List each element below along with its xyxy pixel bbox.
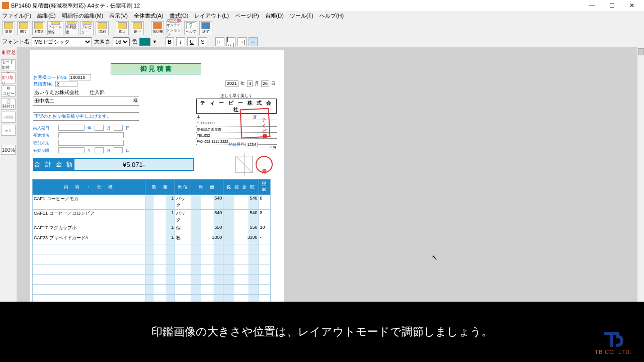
- table-row[interactable]: CAF11 コーヒー／コロンビア1パック5405408: [33, 210, 271, 224]
- menu-edit[interactable]: 編集(E): [37, 12, 56, 20]
- customer-person[interactable]: 田中浩二: [34, 98, 54, 105]
- paste-button[interactable]: 📋貼付け: [1, 99, 16, 110]
- customer-code-block: お客様コードNo. 100010 見積書No. 2: [33, 74, 91, 87]
- table-row[interactable]: CAF23 プリペイドカードA1枚33003300-: [33, 234, 271, 244]
- table-row[interactable]: [33, 285, 271, 295]
- save-button[interactable]: 上書き: [32, 21, 45, 35]
- minimize-button[interactable]: —: [582, 0, 602, 11]
- format-toolbar: フォント名 MS Pゴシック 大きさ 16 色 ▼ B I U S |← |↔|…: [0, 36, 644, 47]
- cut-button[interactable]: ✂切り取り: [1, 72, 16, 83]
- new-button[interactable]: 新規: [2, 21, 15, 35]
- open-button[interactable]: 開く: [17, 21, 30, 35]
- close-button[interactable]: ✕: [622, 0, 642, 11]
- menu-detail[interactable]: 明細行の編集(M): [62, 12, 104, 20]
- help-button[interactable]: ?ヘルプ: [184, 21, 197, 35]
- table-row[interactable]: [33, 264, 271, 275]
- menu-ledger[interactable]: 台帳(D): [265, 12, 284, 20]
- table-row[interactable]: [33, 295, 271, 302]
- registration-number: 登録番号 1234: [228, 142, 258, 147]
- preview-button[interactable]: プレビュー: [80, 21, 94, 35]
- tb-logo: TB CO.,LTD.: [595, 328, 632, 355]
- mode-toggle-button[interactable]: モード切替: [1, 59, 16, 70]
- italic-button[interactable]: I: [176, 37, 185, 46]
- date-month[interactable]: 4: [247, 80, 253, 87]
- align-right-button[interactable]: →|: [237, 37, 247, 46]
- table-row[interactable]: CAF1 コーヒー／モカ1パック5405408: [33, 195, 271, 210]
- table-row[interactable]: [33, 275, 271, 285]
- date-year[interactable]: 2021: [225, 80, 238, 87]
- main-toolbar: 新規 開く 上書き フォーム登録 印刷設定 プレビュー 印刷 拡大 縮小 電話帳…: [0, 20, 644, 36]
- strike-button[interactable]: S: [198, 37, 207, 46]
- total-amount: 合 計 金 額 ¥5,071-: [33, 158, 194, 171]
- doc-title: 御 見 積 書: [111, 63, 201, 74]
- menu-page[interactable]: ページ(P): [235, 12, 259, 20]
- menu-help[interactable]: ヘルプ(H): [319, 12, 344, 20]
- seal-box-empty[interactable]: [235, 156, 253, 173]
- menu-layout[interactable]: レイアウト(L): [194, 12, 228, 20]
- table-row[interactable]: [33, 254, 271, 264]
- print-button[interactable]: 印刷: [96, 21, 109, 35]
- print-settings-button[interactable]: 印刷設定: [65, 21, 78, 35]
- zoom-out-button[interactable]: 縮小: [131, 21, 144, 35]
- align-center-button[interactable]: |↔|: [226, 37, 235, 46]
- table-row[interactable]: [33, 244, 271, 254]
- bold-button[interactable]: B: [165, 37, 174, 46]
- side-toolbar: モード切替 ✂切り取り ⧉コピー 📋貼付け ×削除 ■ 0 100%: [0, 57, 17, 302]
- color-label: 色: [132, 38, 137, 45]
- mouse-cursor-icon: ↖: [432, 253, 438, 261]
- table-row[interactable]: CAF17 マグカップ小1個55055010: [33, 224, 271, 234]
- color-swatch[interactable]: [139, 38, 150, 46]
- date-row: 2021年 4月 26日: [225, 80, 277, 87]
- exit-button[interactable]: 終了: [199, 21, 212, 35]
- online-shop-button[interactable]: COMNISオンラインショップ: [166, 21, 182, 35]
- font-select[interactable]: MS Pゴシック: [32, 37, 92, 46]
- font-label: フォント名: [2, 38, 30, 45]
- greeting-text: 下記のとおり御見積り申し上げます。: [33, 113, 139, 121]
- customer-code[interactable]: 100010: [69, 74, 91, 80]
- form-register-button[interactable]: フォーム登録: [47, 21, 63, 35]
- document-area: 御 見 積 書 お客様コードNo. 100010 見積書No. 2 2021年 …: [17, 47, 643, 302]
- calc-button[interactable]: ■ 0: [1, 125, 16, 136]
- customer-dept[interactable]: 仕入部: [90, 89, 105, 96]
- total-value[interactable]: ¥5,071-: [74, 159, 193, 170]
- customer-block: あいうえお株式会社仕入部 田中浩二様 下記のとおり御見積り申し上げます。: [33, 88, 139, 121]
- underline-button[interactable]: U: [187, 37, 196, 46]
- quote-number[interactable]: 2: [55, 81, 77, 87]
- title-bar: BP1460 見積書(軽減税率対応) A4タテ - 伝票印刷 12 — ☐ ✕: [0, 0, 644, 11]
- menu-view[interactable]: 表示(V): [109, 12, 128, 20]
- zoom-in-button[interactable]: 拡大: [116, 21, 129, 35]
- customer-name[interactable]: あいうえお株式会社: [34, 89, 79, 96]
- align-left-button[interactable]: |←: [215, 37, 224, 46]
- menu-format-all[interactable]: 全体書式(A): [134, 12, 164, 20]
- menu-tool[interactable]: ツール(T): [290, 12, 313, 20]
- size-label: 大きさ: [94, 38, 111, 45]
- maximize-button[interactable]: ☐: [602, 0, 622, 11]
- size-select[interactable]: 16: [113, 37, 130, 46]
- subtitle-text: 印鑑画像の大きさや位置は、レイアウトモードで調節しましょう。: [151, 324, 493, 339]
- delete-button[interactable]: ×削除: [1, 112, 16, 123]
- document-page[interactable]: 御 見 積 書 お客様コードNo. 100010 見積書No. 2 2021年 …: [30, 50, 284, 302]
- window-title: BP1460 見積書(軽減税率対応) A4タテ - 伝票印刷 12: [11, 2, 582, 10]
- subtitle-bar: 印鑑画像の大きさや位置は、レイアウトモードで調節しましょう。 TB CO.,LT…: [0, 302, 644, 362]
- copy-button[interactable]: ⧉コピー: [1, 85, 16, 97]
- seal-round[interactable]: 堂洛: [256, 156, 273, 173]
- delivery-block: 納入期日年月日 受渡場所 取引方法 有効期限年月日: [33, 125, 130, 155]
- phonebook-button[interactable]: 電話帳: [151, 21, 164, 35]
- align-justify-button[interactable]: ↔: [249, 37, 258, 46]
- menu-bar: ファイル(F) 編集(E) 明細行の編集(M) 表示(V) 全体書式(A) 書式…: [0, 11, 644, 20]
- zoom-level[interactable]: 100%: [1, 145, 16, 155]
- date-day[interactable]: 26: [261, 80, 269, 87]
- menu-file[interactable]: ファイル(F): [2, 12, 31, 20]
- line-items-table: 内 容 ・ 仕 様 数 量 単位 単 価 税 抜 金 額 税率 CAF1 コーヒ…: [32, 179, 271, 302]
- vertical-scrollbar[interactable]: [637, 47, 644, 302]
- company-stamp[interactable]: テイビ株式会社: [240, 108, 271, 139]
- app-icon: [2, 2, 9, 9]
- approval-seals: 堂洛: [235, 156, 273, 173]
